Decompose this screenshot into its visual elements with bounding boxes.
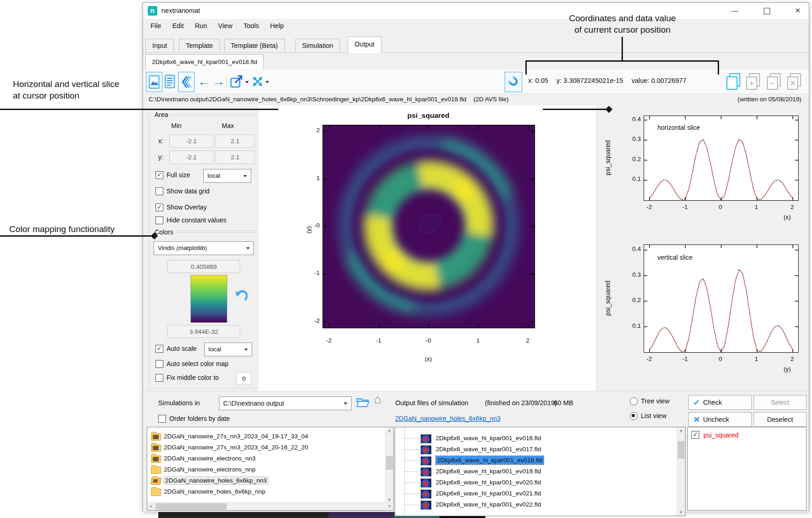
flip-colormap-button[interactable]	[235, 289, 248, 303]
folder-row[interactable]: 2DGaN_nanowire_holes_6x6kp_nnp	[147, 486, 393, 497]
fullscreen-button[interactable]	[250, 72, 265, 91]
minimize-button[interactable]: —	[724, 3, 745, 18]
list-view-radio[interactable]	[630, 412, 638, 420]
menu-item[interactable]: Help	[265, 20, 289, 33]
folder-list-hscrollbar[interactable]: < >	[147, 502, 393, 510]
show-overlay-checkbox[interactable]: ✓	[155, 204, 163, 211]
menu-item[interactable]: Run	[189, 20, 213, 33]
home-button[interactable]: ⌂	[374, 392, 381, 407]
colormap-max-field[interactable]: 0.405869	[167, 260, 240, 273]
vslice-ylabel: psi_squared	[604, 244, 611, 352]
bottom-section: Simulations in C:\D\nextnano output ⌂ Ou…	[143, 391, 809, 512]
folder-row[interactable]: 2DGaN_nanowire_electrons_nnp	[147, 464, 393, 475]
auto-scale-mode-dropdown[interactable]: local	[204, 343, 252, 356]
x-max-field[interactable]: 2.1	[215, 134, 255, 148]
y-max-field[interactable]: 2.1	[215, 151, 255, 164]
document-tab[interactable]: 2Dkp6x6_wave_hl_kpar001_ev018.fld	[145, 54, 264, 70]
title-bar[interactable]: n nextnanomat — ✕	[143, 3, 809, 19]
full-size-mode-dropdown[interactable]: local	[203, 169, 251, 183]
maximize-button[interactable]	[756, 3, 777, 18]
file-row[interactable]: 2Dkp6x6_wave_hl_kpar001_ev017.fld	[395, 444, 685, 455]
file-row[interactable]: 2Dkp6x6_wave_hl_kpar001_ev018.fld	[395, 455, 685, 466]
report-icon	[164, 75, 175, 88]
simulation-folder-link[interactable]: 2DGaN_nanowire_holes_6x6kp_nn3	[395, 415, 501, 422]
menu-item[interactable]: Edit	[167, 20, 189, 33]
scroll-down-icon[interactable]: ∨	[677, 508, 685, 516]
simulations-path-dropdown[interactable]: C:\D\nextnano output	[219, 396, 351, 410]
check-button[interactable]: ✓ Check	[688, 395, 752, 410]
file-row[interactable]: 2Dkp6x6_wave_hl_kpar001_ev020.fld	[395, 477, 685, 488]
auto-scale-checkbox[interactable]: ✓	[155, 345, 163, 353]
tree-view-radio[interactable]	[630, 397, 638, 405]
vslice-xlabel: (y)	[773, 366, 801, 372]
max-header: Max	[222, 122, 234, 129]
select-button[interactable]: Select	[754, 395, 806, 410]
scroll-left-icon[interactable]: <	[147, 503, 155, 510]
remove-tab-button[interactable]: −	[766, 72, 781, 91]
file-row[interactable]: 2Dkp6x6_wave_hl_kpar001_ev016.fld	[395, 433, 685, 444]
folder-row[interactable]: 2DGaN_nanowire_27s_nn3_2023_04_19-17_33_…	[147, 431, 393, 442]
export-button[interactable]	[229, 72, 244, 91]
folder-row[interactable]: 2DGaN_nanowire_electrons_nn3	[147, 453, 393, 464]
snap-cursor-button[interactable]	[505, 72, 522, 92]
order-folders-checkbox[interactable]	[158, 415, 166, 423]
deselect-button[interactable]: Deselect	[754, 412, 806, 427]
component-item[interactable]: ✓ psi_squared	[691, 431, 738, 439]
file-row[interactable]: 2Dkp6x6_wave_hl_kpar001_ev021.fld	[395, 488, 685, 499]
new-tab-button[interactable]	[725, 72, 741, 91]
fullscreen-dropdown-caret[interactable]	[265, 81, 269, 83]
window-title: nextnanomat	[161, 7, 200, 14]
area-group-title: Area	[153, 111, 170, 118]
file-thumbnail-icon	[420, 456, 432, 466]
export-dropdown-caret[interactable]	[245, 81, 249, 83]
add-tab-button[interactable]: +	[745, 72, 760, 91]
psi-squared-heatmap[interactable]	[322, 125, 535, 328]
auto-select-colormap-checkbox[interactable]	[155, 360, 163, 368]
next-file-button[interactable]: →	[211, 72, 226, 91]
colormap-min-field[interactable]: 3.944E-32	[167, 325, 240, 338]
cursor-x-value: x: 0.05	[528, 77, 548, 84]
hide-constant-checkbox[interactable]	[155, 216, 163, 224]
previous-file-button[interactable]: ←	[196, 72, 212, 91]
folder-list-vscrollbar[interactable]: ∧ ∨	[385, 427, 393, 503]
y-min-field[interactable]: -2.1	[169, 151, 213, 164]
annotation-colors-line: Color mapping functionality	[9, 223, 147, 235]
tab-simulation[interactable]: Simulation	[295, 39, 340, 52]
annotation-slices-leader2	[543, 109, 607, 110]
nextnanomat-window: n nextnanomat — ✕ FileEditRunViewToolsHe…	[143, 2, 809, 512]
file-list-vscrollbar[interactable]: ∧ ∨	[677, 427, 685, 516]
close-button[interactable]: ✕	[787, 3, 808, 18]
arrow-left-icon: ←	[198, 72, 210, 91]
tab-output[interactable]: Output	[348, 36, 382, 53]
scroll-up-icon[interactable]: ∧	[386, 427, 393, 435]
menu-item[interactable]: View	[213, 20, 238, 33]
uncheck-button[interactable]: ✕ Uncheck	[688, 412, 752, 427]
show-overlay-label: Show Overlay	[167, 204, 207, 211]
folder-row[interactable]: 2DGaN_nanowire_holes_6x6kp_nn3	[147, 475, 393, 486]
show-text-button[interactable]	[162, 72, 178, 91]
file-row[interactable]: 2Dkp6x6_wave_hl_kpar001_ev022.fld	[395, 499, 685, 510]
file-row[interactable]: 2Dkp6x6_wave_hl_kpar001_ev019.fld	[395, 466, 685, 477]
scroll-right-icon[interactable]: >	[386, 503, 393, 510]
fix-middle-color-value[interactable]: 0	[236, 372, 251, 385]
simulation-size: 60 MB	[554, 399, 573, 407]
fix-middle-color-checkbox[interactable]	[155, 374, 163, 382]
folder-row[interactable]: 2DGaN_nanowire_27s_nn3_2023_04_20-16_22_…	[147, 442, 393, 453]
open-folder-button[interactable]	[356, 397, 370, 408]
show-data-grid-checkbox[interactable]	[155, 187, 163, 195]
scroll-up-icon[interactable]: ∧	[677, 427, 685, 435]
component-checkbox[interactable]: ✓	[691, 431, 699, 439]
close-tab-button[interactable]: ✕	[786, 72, 801, 91]
tab-input[interactable]: Input	[145, 39, 174, 52]
menu-item[interactable]: File	[145, 20, 167, 33]
menu-item[interactable]: Tools	[238, 20, 265, 33]
hslice-xlabel: (x)	[773, 214, 801, 221]
tab-template-beta-[interactable]: Template (Beta)	[224, 39, 285, 52]
slices-view-button[interactable]	[178, 72, 195, 92]
tab-template[interactable]: Template	[179, 39, 220, 52]
x-min-field[interactable]: -2.1	[169, 134, 213, 148]
hide-constant-label: Hide constant values	[167, 216, 226, 224]
annotation-coordinates-bracket	[525, 60, 719, 62]
full-size-checkbox[interactable]: ✓	[155, 171, 163, 179]
colormap-dropdown[interactable]: Viridis (matplotlib)	[154, 241, 254, 255]
